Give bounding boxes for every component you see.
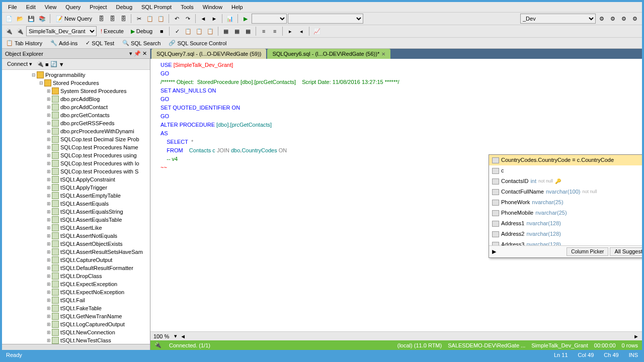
results-icon3[interactable]: ▦ <box>243 26 253 36</box>
db-icon2[interactable]: 🗄 <box>107 14 117 24</box>
tree-item[interactable]: ⊞dbo.prcProcedureWithDynami <box>3 127 149 135</box>
intellisense-item[interactable]: CountryCodes.CountryCode = c.CountryCode <box>489 155 642 165</box>
tree-item[interactable]: ⊞System Stored Procedures <box>3 87 149 95</box>
plan-icon2[interactable]: 📋 <box>194 26 204 36</box>
play-icon[interactable]: ▶ <box>240 14 251 24</box>
connect-button[interactable]: Connect ▾ <box>4 60 35 68</box>
tree-item[interactable]: ⊞tSQLt.Fail <box>3 296 149 304</box>
save-all-icon[interactable]: 📚 <box>37 14 47 24</box>
intellisense-item[interactable]: c <box>489 165 642 176</box>
horizontal-scrollbar[interactable] <box>2 344 150 350</box>
sql-search-link[interactable]: 🔍SQL Search <box>120 39 163 47</box>
stop-icon[interactable]: ■ <box>45 61 49 67</box>
intellisense-item[interactable]: Address1 nvarchar(128)c <box>489 218 642 229</box>
tree-item[interactable]: ⊞tSQLt.AssertEmptyTable <box>3 192 149 200</box>
tree-item[interactable]: ⊞SQLCop.test Procedures using <box>3 151 149 159</box>
new-query-button[interactable]: 📝New Query <box>53 15 95 23</box>
undo-icon[interactable]: ↶ <box>172 14 182 24</box>
tree-item[interactable]: ⊞dbo.prcGetRSSFeeds <box>3 119 149 127</box>
tree-item[interactable]: ⊞tSQLt.CaptureOutput <box>3 256 149 264</box>
filter-icon[interactable]: ▼ <box>59 61 64 67</box>
uncomment-icon[interactable]: ≡ <box>270 26 280 36</box>
tree-item[interactable]: ⊞tSQLt.AssertEqualsTable <box>3 216 149 224</box>
explorer-pin-icon[interactable]: 📌 <box>134 50 141 56</box>
change-conn-icon[interactable]: 🔌 <box>4 26 14 36</box>
tree-item[interactable]: ⊞tSQLt.AssertNotEquals <box>3 232 149 240</box>
menu-tools[interactable]: Tools <box>177 3 198 11</box>
tree-item[interactable]: ⊟Stored Procedures <box>3 79 149 87</box>
env-select[interactable]: _Dev <box>520 14 596 24</box>
tool-icon4[interactable]: ⚙ <box>630 14 640 24</box>
tool-icon2[interactable]: ⚙ <box>608 14 618 24</box>
menu-view[interactable]: View <box>41 3 61 11</box>
plan-icon1[interactable]: 📋 <box>183 26 193 36</box>
tab-history-link[interactable]: 📋Tab History <box>4 39 44 47</box>
debug-button[interactable]: ▶Debug <box>128 27 155 36</box>
tree-item[interactable]: ⊞tSQLt.DefaultResultFormatter <box>3 264 149 272</box>
tree-item[interactable]: ⊞tSQLt.AssertLike <box>3 224 149 232</box>
menu-edit[interactable]: Edit <box>22 3 40 11</box>
refresh-icon[interactable]: 🔄 <box>50 61 57 67</box>
new-project-icon[interactable]: 📄 <box>4 14 14 24</box>
disconnect-icon[interactable]: 🔌 <box>37 61 44 67</box>
cut-icon[interactable]: ✂ <box>134 14 144 24</box>
database-select[interactable]: SimpleTalk_Dev_Grant <box>26 26 97 36</box>
zoom-level[interactable]: 100 % <box>153 333 169 339</box>
code-editor[interactable]: USE [SimpleTalk_Dev_Grant] GO /****** Ob… <box>150 59 642 331</box>
tree-item[interactable]: ⊞tSQLt.NewConnection <box>3 328 149 336</box>
menu-debug[interactable]: Debug <box>112 3 136 11</box>
menu-project[interactable]: Project <box>86 3 111 11</box>
results-icon1[interactable]: ▦ <box>221 26 231 36</box>
indent-icon2[interactable]: ◂ <box>296 26 306 36</box>
menu-file[interactable]: File <box>4 3 21 11</box>
tree-item[interactable]: ⊞SQLCop.test Decimal Size Prob <box>3 135 149 143</box>
tab-query7[interactable]: SQLQuery7.sql - (l...O-DEV\RedGate (59)) <box>151 49 266 59</box>
object-tree[interactable]: ⊟Programmability⊟Stored Procedures⊞Syste… <box>2 70 150 344</box>
addins-link[interactable]: 🔧Add-ins <box>48 39 79 47</box>
plan-icon3[interactable]: 📋 <box>205 26 215 36</box>
tree-item[interactable]: ⊞tSQLt.ApplyConstraint <box>3 175 149 184</box>
tree-item[interactable]: ⊞tSQLt.AssertObjectExists <box>3 240 149 248</box>
column-picker-button[interactable]: Column Picker <box>567 247 608 256</box>
save-icon[interactable]: 💾 <box>26 14 36 24</box>
tree-item[interactable]: ⊞tSQLt.ApplyTrigger <box>3 184 149 192</box>
tree-item[interactable]: ⊞tSQLt.AssertEquals <box>3 200 149 208</box>
stats-icon[interactable]: 📈 <box>312 26 322 36</box>
copy-icon[interactable]: 📋 <box>145 14 155 24</box>
intellisense-item[interactable]: Address3 nvarchar(128)c <box>489 239 642 245</box>
tree-item[interactable]: ⊞dbo.prcAddBlog <box>3 95 149 103</box>
activity-icon[interactable]: 📊 <box>225 14 235 24</box>
config-select2[interactable] <box>288 14 363 24</box>
execute-button[interactable]: !Execute <box>98 27 127 35</box>
open-icon[interactable]: 📂 <box>15 14 25 24</box>
menu-query[interactable]: Query <box>61 3 85 11</box>
disconnect-icon[interactable]: 🔌 <box>15 26 25 36</box>
intellisense-list[interactable]: CountryCodes.CountryCode = c.CountryCode… <box>489 155 642 245</box>
explorer-dropdown-icon[interactable]: ▾ <box>129 50 132 56</box>
tree-item[interactable]: ⊞tSQLt.GetNewTranName <box>3 312 149 320</box>
indent-icon1[interactable]: ▸ <box>285 26 295 36</box>
tab-query6[interactable]: SQLQuery6.sql - (l...O-DEV\RedGate (56))… <box>267 49 390 59</box>
tree-item[interactable]: ⊞tSQLt.ExpectException <box>3 280 149 288</box>
intellisense-item[interactable]: Address2 nvarchar(128)c <box>489 229 642 239</box>
sql-source-control-link[interactable]: 🔗SQL Source Control <box>167 39 228 47</box>
intellisense-item[interactable]: PhoneMobile nvarchar(25)c <box>489 208 642 218</box>
tree-item[interactable]: ⊞tSQLt.FakeTable <box>3 304 149 312</box>
menu-sqlprompt[interactable]: SQL Prompt <box>137 3 176 11</box>
tool-icon1[interactable]: ⚙ <box>597 14 607 24</box>
tree-item[interactable]: ⊟Programmability <box>3 71 149 79</box>
intellisense-item[interactable]: ContactFullName nvarchar(100) not nullc <box>489 187 642 197</box>
nav-fwd-icon[interactable]: ► <box>209 14 219 24</box>
tab-close-icon[interactable]: ✕ <box>381 51 385 57</box>
intellisense-item[interactable]: PhoneWork nvarchar(25)c <box>489 197 642 208</box>
tree-item[interactable]: ⊞SQLCop.test Procedures Name <box>3 143 149 151</box>
tree-item[interactable]: ⊞tSQLt.NewTestClass <box>3 336 149 344</box>
explorer-close-icon[interactable]: ✕ <box>142 50 147 56</box>
comment-icon[interactable]: ≡ <box>259 26 269 36</box>
stop-icon[interactable]: ■ <box>156 26 167 36</box>
tree-item[interactable]: ⊞tSQLt.AssertResultSetsHaveSam <box>3 248 149 256</box>
tree-item[interactable]: ⊞tSQLt.ExpectNoException <box>3 288 149 296</box>
parse-icon[interactable]: ✓ <box>172 26 182 36</box>
tree-item[interactable]: ⊞dbo.prcAddContact <box>3 103 149 111</box>
results-icon2[interactable]: ▦ <box>232 26 242 36</box>
